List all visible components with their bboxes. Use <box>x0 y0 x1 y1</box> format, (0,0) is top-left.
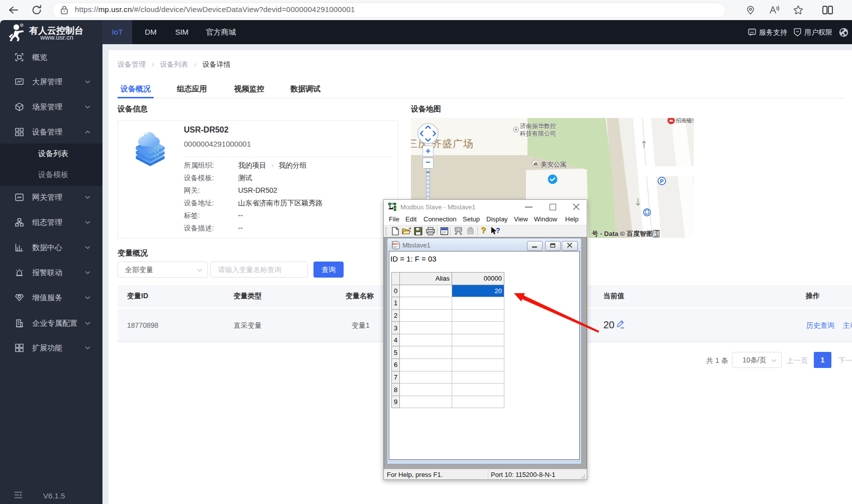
svg-text:P: P <box>660 178 664 184</box>
svg-text:DOC: DOC <box>392 242 398 245</box>
svg-text:招南银!: 招南银! <box>676 118 694 123</box>
svg-text:?: ? <box>496 226 500 234</box>
